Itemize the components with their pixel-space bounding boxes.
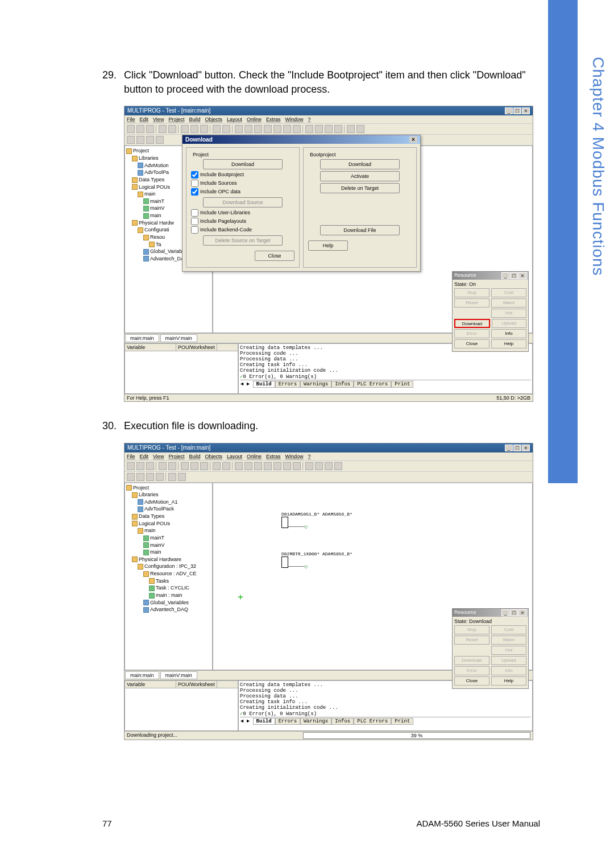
res-cold-button[interactable]: Cold [491,288,526,297]
bootproject-fieldset: Bootproject Download Activate Delete on … [303,147,417,268]
include-bootproject-checkbox[interactable] [191,171,198,178]
dialog-title: Download [185,136,213,143]
doc-title: ADAM-5560 Series User Manual [416,819,540,828]
chapter-side-label: Chapter 4 Modbus Functions [589,57,607,276]
close-dialog-button[interactable]: Close [255,251,294,261]
maximize-icon: □ [513,107,521,114]
window-buttons[interactable]: _□× [504,445,530,451]
step-29-num: 29. [102,68,124,82]
step-30-num: 30. [102,419,124,433]
project-fieldset: Project Download Include Bootproject Inc… [186,147,300,268]
res-upload-button[interactable]: Upload [492,319,526,328]
window-buttons[interactable]: _□× [504,107,530,114]
res-warm-button[interactable]: Warm [491,636,526,645]
step-30-text: Execution file is downloading. [124,419,533,433]
page-number: 77 [102,819,112,828]
download-dialog: Download × Project Download Include Boot… [182,135,421,272]
res-reset-button[interactable]: Reset [454,636,489,645]
output-tabs[interactable]: ◄ ► BuildErrorsWarningsInfosPLC ErrorsPr… [240,717,531,725]
output-tabs[interactable]: ◄ ► BuildErrorsWarningsInfosPLC ErrorsPr… [240,380,531,388]
fbd-block-2: D02MBTR_1X000* ADAM5056_B* ──────◯ [281,551,352,569]
res-info-button[interactable]: Info [491,329,526,338]
step-29-text: Click "Download" button. Check the "Incl… [124,68,533,97]
close-icon: × [522,107,530,114]
download-boot-button[interactable]: Download [320,159,400,169]
res-help-button[interactable]: Help [491,676,526,686]
activate-button[interactable]: Activate [320,171,400,181]
dialog-close-icon[interactable]: × [409,136,417,143]
status-bar: For Help, press F1 51,50 D: >2GB [125,394,533,401]
include-pagelayout-checkbox[interactable] [191,218,198,225]
variables-panel[interactable]: VariablePOU/Worksheet [125,680,238,731]
download-file-button[interactable]: Download File [320,225,400,235]
step-29: 29.Click "Download" button. Check the "I… [102,68,540,402]
window-title: MULTIPROG - Test - [main:main] [127,445,210,451]
res-download-button[interactable]: Download [454,319,490,328]
project-tree[interactable]: Project Libraries AdvMotion_A1 AdvToolPa… [125,483,213,670]
res-hot-button[interactable]: Hot [491,646,526,655]
fbd-block-1: D01ADAM5051_B* ADAM5056_B* ──────◯ [281,512,352,529]
variables-panel[interactable]: VariablePOU/Worksheet [125,343,238,394]
res-stop-button[interactable]: Stop [454,288,489,297]
res-download-button[interactable]: Download [454,656,489,665]
res-cold-button[interactable]: Cold [491,625,526,634]
res-reset-button[interactable]: Reset [454,298,489,308]
screenshot-download-dialog: MULTIPROG - Test - [main:main] _□× FileE… [124,106,533,402]
download-project-button[interactable]: Download [203,159,283,169]
plus-icon: ＋ [236,591,245,603]
res-close-button[interactable]: Close [454,339,489,348]
toolbar-2[interactable] [125,472,533,483]
res-close-button[interactable]: Close [454,676,489,686]
res-stop-button[interactable]: Stop [454,625,489,634]
step-30: 30.Execution file is downloading. MULTIP… [102,419,540,740]
res-help-button[interactable]: Help [491,339,526,348]
res-hot-button[interactable]: Hot [491,309,526,318]
minimize-icon: _ [505,107,513,114]
delete-target-button[interactable]: Delete on Target [320,183,400,193]
include-backend-checkbox[interactable] [191,226,198,234]
include-sources-checkbox[interactable] [191,180,198,187]
include-opc-checkbox[interactable] [191,188,198,196]
window-title: MULTIPROG - Test - [main:main] [127,107,210,114]
help-dialog-button[interactable]: Help [308,240,348,251]
window-titlebar: MULTIPROG - Test - [main:main] _□× [125,443,533,452]
res-upload-button[interactable]: Upload [491,656,526,665]
status-bar: Downloading project... 39 % [125,731,533,740]
page-footer: 77 ADAM-5560 Series User Manual [102,819,540,828]
menubar[interactable]: FileEditViewProjectBuildObjectsLayoutOnl… [125,115,533,124]
res-info-button[interactable]: Info [491,666,526,675]
res-error-button[interactable]: Error [454,666,489,675]
screenshot-downloading: MULTIPROG - Test - [main:main] _□× FileE… [124,443,533,740]
download-progress-bar: 39 % [303,732,530,739]
window-titlebar: MULTIPROG - Test - [main:main] _□× [125,106,533,115]
resource-panel: Resource_□× State: Download StopCold Res… [452,608,529,689]
toolbar-1[interactable] [125,124,533,135]
resource-panel: Resource_□× State: On StopCold ResetWarm… [452,271,529,352]
toolbar-1[interactable] [125,461,533,472]
res-warm-button[interactable]: Warm [491,298,526,308]
res-error-button[interactable]: Error [454,329,489,338]
menubar[interactable]: FileEditViewProjectBuildObjectsLayoutOnl… [125,452,533,461]
include-userlib-checkbox[interactable] [191,209,198,217]
canvas[interactable]: ＋ Download × Project Download Include Bo… [213,146,533,333]
delete-source-button[interactable]: Delete Source on Target [203,235,283,246]
download-source-button[interactable]: Download Source [203,197,283,207]
canvas[interactable]: D01ADAM5051_B* ADAM5056_B* ──────◯ D02MB… [213,483,533,670]
